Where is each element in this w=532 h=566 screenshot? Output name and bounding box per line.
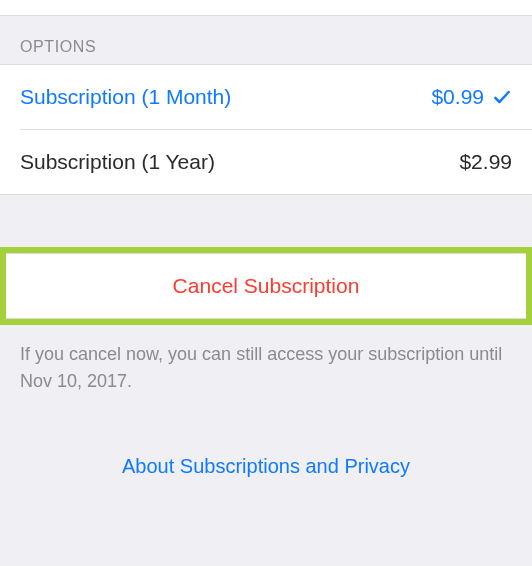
option-price: $0.99 [431, 85, 484, 109]
cancel-subscription-button[interactable]: Cancel Subscription [6, 253, 526, 319]
subscription-options-group: Subscription (1 Month) $0.99 Subscriptio… [0, 64, 532, 195]
options-section-header: Options [0, 16, 532, 64]
cancel-notice-text: If you cancel now, you can still access … [0, 325, 532, 395]
option-right: $2.99 [459, 150, 512, 174]
option-label: Subscription (1 Year) [20, 150, 215, 174]
cancel-highlight-frame: Cancel Subscription [0, 247, 532, 325]
subscription-option-1month[interactable]: Subscription (1 Month) $0.99 [0, 65, 532, 129]
option-right: $0.99 [431, 85, 512, 109]
subscription-option-1year[interactable]: Subscription (1 Year) $2.99 [20, 129, 532, 194]
top-divider [0, 0, 532, 16]
option-label: Subscription (1 Month) [20, 85, 231, 109]
option-price: $2.99 [459, 150, 512, 174]
about-subscriptions-link[interactable]: About Subscriptions and Privacy [0, 455, 532, 478]
checkmark-icon [492, 87, 512, 107]
